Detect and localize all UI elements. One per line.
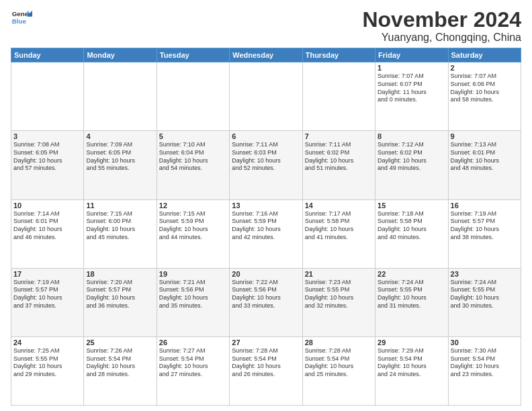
calendar-cell: 8Sunrise: 7:12 AMSunset: 6:02 PMDaylight… [375, 131, 448, 199]
day-info: Sunrise: 7:29 AM [378, 347, 445, 355]
day-info: Sunset: 5:55 PM [378, 286, 445, 294]
day-info: Daylight: 10 hours [86, 294, 154, 302]
day-info: Daylight: 10 hours [305, 294, 373, 302]
day-info: Sunset: 5:55 PM [305, 286, 373, 294]
calendar-cell: 1Sunrise: 7:07 AMSunset: 6:07 PMDaylight… [375, 62, 448, 131]
day-info: Sunset: 6:02 PM [378, 149, 445, 157]
day-info: and 40 minutes. [378, 234, 445, 242]
calendar-week-5: 24Sunrise: 7:25 AMSunset: 5:55 PMDayligh… [11, 336, 521, 405]
day-info: Sunset: 6:04 PM [159, 149, 227, 157]
calendar-cell: 10Sunrise: 7:14 AMSunset: 6:01 PMDayligh… [11, 199, 84, 268]
day-number: 19 [159, 270, 227, 278]
calendar-week-4: 17Sunrise: 7:19 AMSunset: 5:57 PMDayligh… [11, 268, 521, 336]
day-number: 22 [378, 270, 445, 278]
day-info: Daylight: 10 hours [159, 294, 227, 302]
day-info: Daylight: 10 hours [159, 157, 227, 165]
day-info: Sunrise: 7:14 AM [13, 210, 81, 218]
day-info: Sunrise: 7:28 AM [232, 347, 300, 355]
calendar: Sunday Monday Tuesday Wednesday Thursday… [11, 48, 521, 406]
day-number: 4 [86, 132, 154, 140]
day-number: 7 [305, 132, 373, 140]
calendar-cell: 14Sunrise: 7:17 AMSunset: 5:58 PMDayligh… [302, 199, 375, 268]
day-info: Sunrise: 7:07 AM [378, 73, 445, 81]
day-info: Sunset: 5:57 PM [13, 286, 81, 294]
day-info: Daylight: 10 hours [13, 226, 81, 234]
month-title: November 2024 [362, 8, 521, 32]
calendar-cell: 27Sunrise: 7:28 AMSunset: 5:54 PMDayligh… [230, 336, 302, 405]
svg-text:Blue: Blue [12, 17, 27, 25]
day-info: and 57 minutes. [13, 165, 81, 173]
title-section: November 2024 Yuanyang, Chongqing, China [362, 8, 521, 44]
day-info: and 41 minutes. [305, 234, 373, 242]
day-info: Sunrise: 7:13 AM [451, 141, 519, 149]
day-info: Sunset: 5:54 PM [159, 355, 227, 363]
day-info: Sunset: 6:07 PM [378, 81, 445, 89]
day-info: Sunset: 5:56 PM [159, 286, 227, 294]
calendar-cell: 7Sunrise: 7:11 AMSunset: 6:02 PMDaylight… [302, 131, 375, 199]
day-info: Sunrise: 7:19 AM [13, 279, 81, 287]
day-info: Daylight: 10 hours [86, 226, 154, 234]
day-info: and 48 minutes. [451, 165, 519, 173]
day-number: 1 [378, 64, 445, 72]
day-info: Daylight: 10 hours [232, 294, 300, 302]
day-info: Daylight: 10 hours [378, 226, 445, 234]
day-info: Daylight: 10 hours [378, 363, 445, 371]
day-info: Daylight: 10 hours [232, 157, 300, 165]
day-number: 28 [305, 338, 373, 347]
day-info: Sunrise: 7:15 AM [159, 210, 227, 218]
day-number: 2 [451, 64, 519, 72]
calendar-cell: 29Sunrise: 7:29 AMSunset: 5:54 PMDayligh… [375, 336, 448, 405]
calendar-cell: 9Sunrise: 7:13 AMSunset: 6:01 PMDaylight… [448, 131, 521, 199]
day-info: Sunset: 5:59 PM [159, 218, 227, 226]
day-info: Daylight: 10 hours [305, 226, 373, 234]
col-thursday: Thursday [302, 48, 375, 62]
day-info: Daylight: 10 hours [13, 157, 81, 165]
day-info: Sunset: 6:03 PM [232, 149, 300, 157]
day-info: Sunset: 6:01 PM [13, 218, 81, 226]
day-number: 13 [232, 201, 300, 210]
calendar-cell: 25Sunrise: 7:26 AMSunset: 5:54 PMDayligh… [84, 336, 157, 405]
day-number: 27 [232, 338, 300, 347]
day-number: 24 [13, 338, 81, 347]
calendar-cell: 13Sunrise: 7:16 AMSunset: 5:59 PMDayligh… [230, 199, 302, 268]
day-info: Daylight: 10 hours [13, 294, 81, 302]
col-friday: Friday [375, 48, 448, 62]
calendar-week-2: 3Sunrise: 7:08 AMSunset: 6:05 PMDaylight… [11, 131, 521, 199]
calendar-cell: 30Sunrise: 7:30 AMSunset: 5:54 PMDayligh… [448, 336, 521, 405]
day-number: 5 [159, 132, 227, 140]
day-number: 20 [232, 270, 300, 278]
day-info: Daylight: 10 hours [305, 157, 373, 165]
day-number: 29 [378, 338, 445, 347]
day-info: Daylight: 10 hours [451, 226, 519, 234]
day-info: Sunrise: 7:19 AM [451, 210, 519, 218]
day-number: 3 [13, 132, 81, 140]
day-info: Sunrise: 7:21 AM [159, 279, 227, 287]
day-info: Sunset: 6:01 PM [451, 149, 519, 157]
day-info: and 27 minutes. [159, 371, 227, 379]
day-info: Sunrise: 7:30 AM [451, 347, 519, 355]
day-info: Sunrise: 7:22 AM [232, 279, 300, 287]
calendar-cell: 23Sunrise: 7:24 AMSunset: 5:55 PMDayligh… [448, 268, 521, 336]
day-info: Daylight: 10 hours [232, 363, 300, 371]
page: General Blue November 2024 Yuanyang, Cho… [0, 0, 532, 411]
day-info: Sunrise: 7:12 AM [378, 141, 445, 149]
calendar-cell: 21Sunrise: 7:23 AMSunset: 5:55 PMDayligh… [302, 268, 375, 336]
calendar-cell: 5Sunrise: 7:10 AMSunset: 6:04 PMDaylight… [157, 131, 229, 199]
day-info: Sunset: 5:57 PM [451, 218, 519, 226]
calendar-cell: 12Sunrise: 7:15 AMSunset: 5:59 PMDayligh… [157, 199, 229, 268]
day-info: and 32 minutes. [305, 302, 373, 310]
day-info: and 29 minutes. [13, 371, 81, 379]
day-info: Sunrise: 7:17 AM [305, 210, 373, 218]
day-info: Sunrise: 7:24 AM [451, 279, 519, 287]
day-info: and 30 minutes. [451, 302, 519, 310]
calendar-cell: 11Sunrise: 7:15 AMSunset: 6:00 PMDayligh… [84, 199, 157, 268]
logo: General Blue [11, 8, 32, 30]
day-number: 17 [13, 270, 81, 278]
day-info: Sunrise: 7:11 AM [305, 141, 373, 149]
calendar-cell [230, 62, 302, 131]
day-info: Sunrise: 7:23 AM [305, 279, 373, 287]
day-info: and 55 minutes. [86, 165, 154, 173]
day-info: Daylight: 10 hours [86, 157, 154, 165]
col-saturday: Saturday [448, 48, 521, 62]
day-number: 14 [305, 201, 373, 210]
